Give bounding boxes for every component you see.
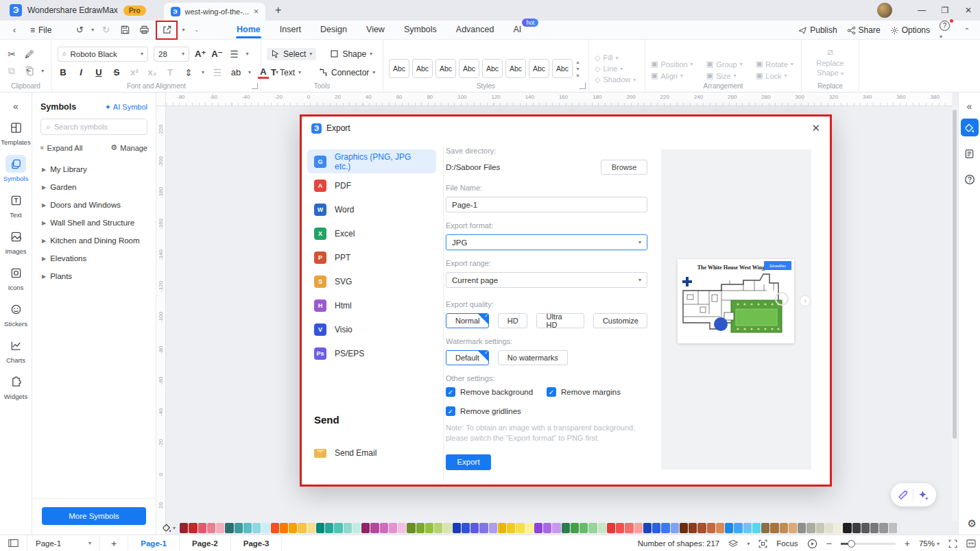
export-caret-icon[interactable]: ▾ [182, 27, 184, 33]
export-format-item[interactable]: X Excel [307, 221, 436, 245]
align-icon[interactable]: ☰ [228, 49, 241, 60]
color-swatch[interactable] [243, 523, 252, 533]
help-panel-button[interactable] [961, 171, 979, 188]
library-item[interactable]: ▶Plants [32, 267, 156, 285]
color-swatch[interactable] [716, 523, 724, 533]
save-button[interactable] [117, 23, 132, 38]
help-button[interactable]: ?▾ [940, 21, 950, 40]
color-swatch[interactable] [498, 523, 506, 533]
quality-option-button[interactable]: HD [498, 313, 528, 328]
line-spacing-icon[interactable]: ⇕ [182, 67, 195, 78]
font-size-select[interactable]: 28▾ [154, 47, 189, 62]
page-settings-panel-button[interactable] [961, 145, 979, 162]
styles-more-icon[interactable]: ▼ [575, 73, 580, 78]
expand-triangle-icon[interactable]: ▶ [42, 202, 46, 208]
sidebar-item-symbols[interactable]: Symbols [1, 155, 31, 182]
file-menu-button[interactable]: ≡File [26, 25, 56, 35]
arrangement-item[interactable]: ▣Lock▾ [756, 71, 796, 80]
color-swatch[interactable] [879, 523, 887, 533]
magic-wand-icon[interactable] [898, 489, 909, 500]
style-preset[interactable]: Abc [505, 59, 526, 78]
expand-triangle-icon[interactable]: ▶ [42, 273, 46, 280]
color-swatch[interactable] [416, 523, 425, 533]
page-layout-icon[interactable] [0, 539, 27, 548]
color-swatch[interactable] [252, 523, 261, 533]
color-swatch[interactable] [207, 523, 215, 533]
sidebar-item-charts[interactable]: Charts [1, 336, 31, 364]
color-swatch[interactable] [344, 523, 352, 533]
format-painter-icon[interactable]: 🖉 [23, 49, 36, 60]
zoom-slider-knob[interactable] [848, 540, 855, 548]
color-swatch[interactable] [352, 523, 361, 533]
italic-icon[interactable]: I [75, 67, 86, 77]
settings-checkbox[interactable]: ✓Remove gridlines [446, 406, 547, 416]
connector-tool[interactable]: Connector▾ [315, 66, 379, 79]
fill-color-button[interactable]: ▾ [162, 523, 176, 532]
checkbox-checked-icon[interactable]: ✓ [446, 406, 455, 416]
effect-item[interactable]: ◇Fill▾ [595, 53, 639, 62]
bold-icon[interactable]: B [58, 67, 69, 77]
shape-tool[interactable]: Shape▾ [326, 48, 377, 60]
zoom-in-button[interactable]: + [905, 538, 910, 549]
styles-group-expand-icon[interactable] [579, 83, 586, 89]
color-swatch[interactable] [334, 523, 342, 533]
zoom-out-button[interactable]: − [826, 538, 832, 549]
color-swatch[interactable] [743, 523, 752, 533]
replace-shape-button[interactable]: ⧄ Replace Shape ▾ [807, 45, 853, 78]
style-preset[interactable]: Abc [389, 59, 409, 78]
color-swatch[interactable] [598, 523, 606, 533]
color-swatch[interactable] [697, 523, 706, 533]
expand-triangle-icon[interactable]: ▶ [42, 256, 46, 262]
document-tab[interactable]: Э west-wing-of-the-... × [164, 3, 266, 21]
color-swatch[interactable] [434, 523, 442, 533]
send-email-button[interactable]: Send Email [314, 448, 377, 458]
color-swatch[interactable] [780, 523, 788, 533]
arrangement-item[interactable]: ▣Rotate▾ [756, 60, 796, 69]
ai-sparkle-icon[interactable] [918, 489, 929, 501]
collapse-panel-icon[interactable]: « [13, 101, 19, 112]
color-swatch[interactable] [625, 523, 633, 533]
color-swatch[interactable] [235, 523, 243, 533]
select-tool[interactable]: Select▾ [267, 48, 316, 60]
arrangement-item[interactable]: ▣Size▾ [706, 71, 745, 80]
color-swatch[interactable] [425, 523, 433, 533]
export-button[interactable] [159, 23, 174, 38]
color-swatch[interactable] [825, 523, 833, 533]
styles-up-icon[interactable]: ▲ [575, 60, 580, 64]
share-button[interactable]: Share [847, 25, 881, 35]
expand-triangle-icon[interactable]: ▶ [42, 184, 46, 191]
color-swatch[interactable] [689, 523, 697, 533]
color-swatch[interactable] [462, 523, 470, 533]
page-tab[interactable]: Page-2 [180, 535, 231, 551]
export-format-item[interactable]: P PPT [307, 245, 436, 269]
style-preset[interactable]: Abc [552, 59, 573, 78]
page-selector-dropdown[interactable]: Page-1▾ [27, 535, 100, 551]
color-swatch[interactable] [280, 523, 288, 533]
fit-screen-icon[interactable] [948, 539, 957, 548]
color-swatch[interactable] [661, 523, 669, 533]
undo-caret-icon[interactable]: ▾ [91, 27, 94, 33]
color-swatch[interactable] [680, 523, 688, 533]
focus-mode-icon[interactable] [758, 539, 767, 548]
preview-next-icon[interactable]: › [800, 296, 810, 306]
watermark-option-button[interactable]: No watermarks [498, 350, 568, 365]
font-group-expand-icon[interactable] [252, 83, 258, 89]
export-format-item[interactable]: G Graphics (PNG, JPG etc.) [307, 149, 436, 173]
color-swatch[interactable] [643, 523, 652, 533]
library-item[interactable]: ▶Kitchen and Dining Room [32, 232, 156, 249]
arrangement-item[interactable]: ▣Group▾ [706, 60, 745, 69]
sidebar-item-templates[interactable]: Templates [1, 119, 31, 146]
back-button[interactable]: ‹ [7, 23, 22, 38]
export-format-item[interactable]: A PDF [307, 173, 436, 197]
color-swatch[interactable] [770, 523, 778, 533]
export-format-item[interactable]: H Html [307, 293, 436, 317]
color-swatch[interactable] [261, 523, 270, 533]
library-item[interactable]: ▶Doors and Windows [32, 196, 156, 214]
export-format-select[interactable]: JPG▾ [446, 234, 647, 250]
color-swatch[interactable] [470, 523, 479, 533]
checkbox-checked-icon[interactable]: ✓ [547, 387, 556, 397]
menu-tab[interactable]: Symbols [395, 21, 446, 39]
sidebar-item-images[interactable]: Images [1, 228, 31, 255]
font-family-select[interactable]: ⌕Roboto Black▾ [58, 47, 148, 62]
color-swatch[interactable] [562, 523, 570, 533]
